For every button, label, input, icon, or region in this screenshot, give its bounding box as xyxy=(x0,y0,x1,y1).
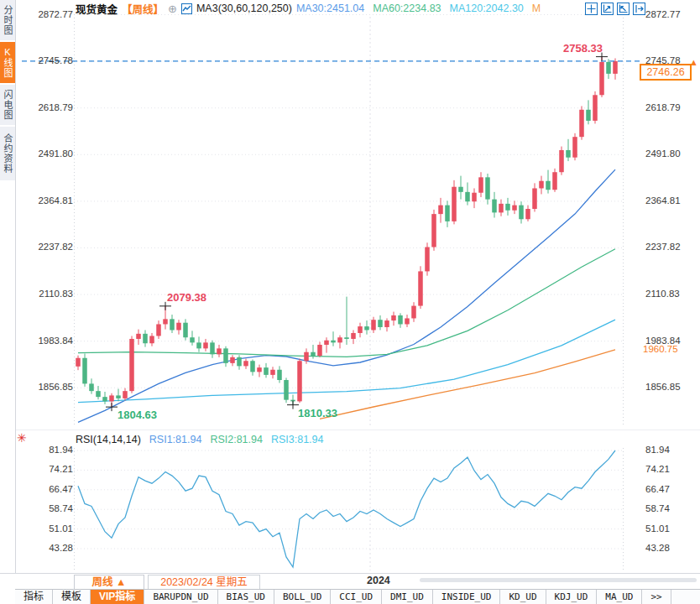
candlestick xyxy=(431,214,436,247)
candlestick xyxy=(102,397,107,401)
indicator-tab-INSIDE_UD[interactable]: INSIDE_UD xyxy=(433,590,501,604)
candlestick xyxy=(391,315,396,320)
price-up-arrow-icon: ▲ xyxy=(689,57,698,67)
candlestick xyxy=(170,319,175,330)
price-axis-label: 2110.83 xyxy=(23,289,73,299)
time-scrollbar[interactable] xyxy=(420,578,697,582)
main-chart-canvas[interactable] xyxy=(0,0,700,604)
candlestick xyxy=(425,247,430,272)
candlestick xyxy=(586,110,591,121)
sidebar-tab-分时图[interactable]: 分时图 xyxy=(0,0,15,40)
axis-scale-icon[interactable] xyxy=(601,3,614,15)
indicator-tab-[interactable]: >> xyxy=(642,590,671,604)
price-axis-label: 2364.81 xyxy=(23,195,73,206)
indicator-tab-VIP[interactable]: VIP指标 xyxy=(91,590,144,604)
indicator-tab-DMI_UD[interactable]: DMI_UD xyxy=(382,590,433,604)
indicator-tab-MA_UD[interactable]: MA_UD xyxy=(597,590,642,604)
indicator-tab-CCI_UD[interactable]: CCI_UD xyxy=(331,590,382,604)
candlestick xyxy=(136,334,141,339)
ma250-value-tag: 1960.75 xyxy=(643,344,678,354)
crosshair-icon[interactable] xyxy=(585,3,598,15)
rsi-axis-label: 43.28 xyxy=(23,543,73,553)
time-axis-band: 周线 ▲ 2023/02/24 星期五 2024 xyxy=(0,573,700,590)
candlestick xyxy=(358,326,363,333)
chart-type-icon[interactable] xyxy=(181,3,192,14)
ma-value-label: MA30:2451.04 xyxy=(296,3,364,14)
candlestick xyxy=(203,342,208,348)
indicator-tab-[interactable]: 模板 xyxy=(53,590,91,604)
candlestick xyxy=(411,306,416,319)
candlestick xyxy=(163,319,168,324)
price-axis-label: 2110.83 xyxy=(645,289,696,299)
price-axis-label: 2237.82 xyxy=(23,242,73,252)
rsi-axis-label: 81.94 xyxy=(23,445,73,455)
period-selector[interactable]: 周线 ▲ xyxy=(74,575,144,590)
candlestick xyxy=(324,341,329,345)
sidebar-tab-K线图[interactable]: K线图 xyxy=(0,42,15,83)
candlestick xyxy=(210,342,215,354)
circle-plus-icon[interactable]: ⊕ xyxy=(168,3,177,15)
sidebar-tab-合约资料[interactable]: 合约资料 xyxy=(0,127,15,180)
ma-line-ma250 xyxy=(320,350,615,419)
price-annotation: 2079.38 xyxy=(167,291,206,304)
candlestick xyxy=(364,326,369,330)
current-price-tag: 2746.26 xyxy=(640,64,692,81)
candlestick xyxy=(472,193,477,202)
indicator-tab-BIAS_UD[interactable]: BIAS_UD xyxy=(218,590,274,604)
symbol-name: 现货黄金 xyxy=(76,1,118,17)
candlestick xyxy=(478,177,483,192)
rsi-axis-label: 81.94 xyxy=(645,445,696,455)
candlestick xyxy=(606,62,611,74)
price-axis-label: 2872.77 xyxy=(645,9,696,19)
period-label[interactable]: 【周线】 xyxy=(122,1,164,17)
candlestick xyxy=(445,206,450,221)
candlestick xyxy=(217,348,222,354)
candlestick xyxy=(398,315,403,325)
candlestick xyxy=(593,95,598,121)
candlestick xyxy=(599,62,604,95)
candlestick xyxy=(89,383,94,391)
candlestick xyxy=(613,61,618,74)
candlestick xyxy=(405,318,410,324)
candlestick xyxy=(344,337,349,339)
ma-settings-label[interactable]: MA3(30,60,120,250) xyxy=(196,3,292,14)
price-annotation: 1804.63 xyxy=(118,409,157,421)
indicator-tab-BOLL_UD[interactable]: BOLL_UD xyxy=(274,590,331,604)
rsi-axis-label: 51.01 xyxy=(23,523,73,534)
price-axis-label: 2618.79 xyxy=(23,102,73,112)
rsi-axis-label: 74.21 xyxy=(645,464,696,474)
rsi-title[interactable]: RSI(14,14,14) xyxy=(76,434,141,445)
candlestick xyxy=(539,181,544,189)
candlestick xyxy=(264,367,269,375)
rsi-axis-label: 66.47 xyxy=(645,484,696,494)
candlestick xyxy=(277,370,282,380)
candlestick xyxy=(304,352,309,362)
indicator-tab-BARUPDN_UD[interactable]: BARUPDN_UD xyxy=(144,590,217,604)
candlestick xyxy=(485,177,490,199)
price-axis-label: 1856.85 xyxy=(23,382,73,392)
sidebar-tab-闪电图[interactable]: 闪电图 xyxy=(0,85,15,125)
pan-right-icon[interactable] xyxy=(633,3,645,15)
candlestick xyxy=(458,187,463,192)
price-axis-label: 1983.84 xyxy=(23,336,73,346)
price-axis-label: 2618.79 xyxy=(645,102,696,112)
candlestick xyxy=(532,188,537,209)
candlestick xyxy=(492,200,497,213)
axis-zoom-icon[interactable] xyxy=(617,3,629,15)
rsi-line-layer xyxy=(78,450,615,567)
price-axis-label: 1856.85 xyxy=(645,382,696,392)
candlestick xyxy=(378,320,383,327)
indicator-settings-icon[interactable]: ✳ xyxy=(17,431,27,445)
indicator-tab-KD_UD[interactable]: KD_UD xyxy=(500,590,546,604)
rsi-value-label: RSI1:81.94 xyxy=(149,434,202,445)
indicator-tab-KDJ_UD[interactable]: KDJ_UD xyxy=(546,590,598,604)
price-axis-label: 2237.82 xyxy=(645,242,696,252)
indicator-tab-[interactable]: 指标 xyxy=(15,590,53,604)
candlestick xyxy=(566,150,571,158)
grid-layer xyxy=(74,14,624,572)
candlestick xyxy=(384,320,389,327)
candlestick xyxy=(230,357,235,363)
rsi-values: RSI1:81.94RSI2:81.94RSI3:81.94 xyxy=(149,434,324,445)
candlestick xyxy=(156,324,161,336)
candlestick xyxy=(190,337,195,342)
